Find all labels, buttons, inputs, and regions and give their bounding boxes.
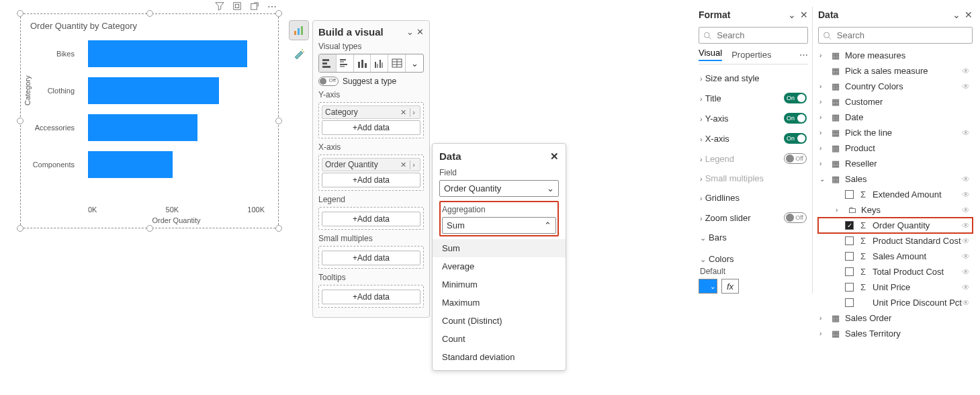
search-field[interactable] [715,30,803,41]
format-row-zoom[interactable]: ›Zoom sliderOff [699,208,808,228]
add-data-button[interactable]: +Add data [322,251,420,265]
data-search-input[interactable] [818,27,973,44]
tree-item-extended-amount[interactable]: ΣExtended Amount👁 [818,187,973,202]
tree-item-product-standard-cost[interactable]: ΣProduct Standard Cost👁 [818,233,973,249]
tree-item-sales-territory[interactable]: ›▦Sales Territory [818,326,973,341]
close-icon[interactable]: ✕ [965,9,973,20]
field-checkbox[interactable] [845,236,854,245]
tree-item-sales[interactable]: ⌄▦Sales👁 [818,171,973,187]
tree-item-country-colors[interactable]: ›▦Country Colors👁 [818,79,973,94]
aggregation-option[interactable]: Sum [433,239,566,257]
tab-visual[interactable]: Visual [699,48,722,61]
remove-icon[interactable]: ✕ [398,161,408,169]
tree-item-reseller[interactable]: ›▦Reseller [818,156,973,171]
format-row-size-style[interactable]: ›Size and style [699,69,808,88]
chevron-down-icon[interactable]: ⌄ [406,27,414,37]
more-icon[interactable]: ⋯ [799,50,808,60]
resize-handle[interactable] [17,10,24,17]
field-checkbox[interactable]: ✓ [845,221,854,230]
resize-handle[interactable] [146,225,153,232]
tree-item-pick-sales-measure[interactable]: ▦Pick a sales measure👁 [818,63,973,79]
field-checkbox[interactable] [845,267,854,276]
tree-item-sales-order[interactable]: ›▦Sales Order [818,310,973,326]
close-icon[interactable]: ✕ [800,9,808,20]
filter-icon[interactable] [215,1,224,12]
format-row-title[interactable]: ›TitleOn [699,88,808,108]
resize-handle[interactable] [275,225,282,232]
column-chart-icon[interactable] [354,54,371,72]
focus-icon[interactable] [232,1,242,12]
format-row-xaxis[interactable]: ›X-axisOn [699,128,808,148]
chevron-right-icon[interactable]: › [410,108,417,117]
aggregation-dropdown[interactable]: Sum ⌃ [442,217,556,234]
title-toggle[interactable]: On [784,93,807,103]
format-row-yaxis[interactable]: ›Y-axisOn [699,108,808,128]
add-data-button[interactable]: +Add data [322,290,420,304]
format-row-bars[interactable]: ⌄Bars [699,228,808,247]
tree-item-pick-the-line[interactable]: ›▦Pick the line👁 [818,125,973,140]
tree-item-unit-price[interactable]: ΣUnit Price👁 [818,279,973,295]
resize-handle[interactable] [275,10,282,17]
field-checkbox[interactable] [845,283,854,292]
aggregation-option[interactable]: Count [433,330,566,348]
tree-item-product[interactable]: ›▦Product [818,140,973,156]
tree-item-sales-amount[interactable]: ΣSales Amount👁 [818,249,973,264]
tree-item-unit-price-discount-pct[interactable]: Unit Price Discount Pct👁 [818,295,973,310]
field-checkbox[interactable] [845,190,854,199]
xaxis-toggle[interactable]: On [784,133,807,144]
small-multiples-field-well[interactable]: +Add data [318,246,424,269]
tree-item-keys[interactable]: ›🗀Keys👁 [818,202,973,218]
format-mode-button[interactable] [289,43,309,63]
field-checkbox[interactable] [845,298,854,307]
tooltips-field-well[interactable]: +Add data [318,285,424,308]
chevron-right-icon[interactable]: › [410,161,417,169]
chart-visual[interactable]: Order Quantity by Category Category Bike… [20,13,279,228]
tab-properties[interactable]: Properties [731,50,771,60]
yaxis-toggle[interactable]: On [784,113,807,124]
default-color-swatch[interactable]: ⌄ [699,279,717,294]
chevron-down-icon[interactable]: ⌄ [788,9,796,20]
add-data-button[interactable]: +Add data [322,212,420,226]
field-dropdown[interactable]: Order Quantity ⌄ [439,180,559,197]
conditional-formatting-button[interactable]: fx [721,279,739,294]
svg-point-26 [705,32,710,38]
aggregation-option[interactable]: Average [433,257,566,275]
tree-item-total-product-cost[interactable]: ΣTotal Product Cost👁 [818,264,973,279]
tree-item-more-measures[interactable]: ›▦More measures [818,48,973,63]
tree-item-order-quantity[interactable]: ✓ΣOrder Quantity👁 [818,218,973,233]
add-data-button[interactable]: +Add data [322,173,420,187]
table-icon[interactable] [388,54,406,72]
resize-handle[interactable] [17,225,24,232]
more-icon[interactable]: ⋯ [267,1,277,12]
aggregation-option[interactable]: Maximum [433,294,566,312]
add-data-button[interactable]: +Add data [322,120,420,135]
resize-handle[interactable] [146,10,153,17]
more-visual-types-chevron[interactable]: ⌄ [406,54,423,72]
clustered-column-icon[interactable] [371,54,388,72]
close-icon[interactable]: ✕ [550,150,559,163]
xaxis-field-well[interactable]: Order Quantity ✕› +Add data [318,155,424,191]
zoom-toggle[interactable]: Off [784,212,807,223]
remove-icon[interactable]: ✕ [398,108,408,117]
clustered-bar-icon[interactable] [337,54,354,72]
field-checkbox[interactable] [845,252,854,261]
aggregation-option[interactable]: Minimum [433,275,566,294]
tree-item-customer[interactable]: ›▦Customer [818,94,973,109]
search-field[interactable] [836,30,968,41]
stacked-bar-icon[interactable] [319,54,337,72]
format-row-gridlines[interactable]: ›Gridlines [699,188,808,208]
suggest-type-toggle[interactable]: Off [318,77,339,86]
yaxis-field-well[interactable]: Category ✕› +Add data [318,102,424,138]
format-search-input[interactable] [699,27,808,44]
popout-icon[interactable] [250,1,259,12]
yaxis-field-chip[interactable]: Category ✕› [322,105,420,119]
format-row-colors[interactable]: ⌄Colors [699,251,808,267]
close-icon[interactable]: ✕ [416,27,424,37]
tree-item-date[interactable]: ›▦Date [818,109,973,125]
xaxis-field-chip[interactable]: Order Quantity ✕› [322,158,420,171]
chevron-down-icon[interactable]: ⌄ [952,9,961,20]
build-visual-mode-button[interactable] [289,20,309,40]
aggregation-option[interactable]: Count (Distinct) [433,312,566,330]
legend-field-well[interactable]: +Add data [318,207,424,230]
aggregation-option[interactable]: Standard deviation [433,348,566,366]
